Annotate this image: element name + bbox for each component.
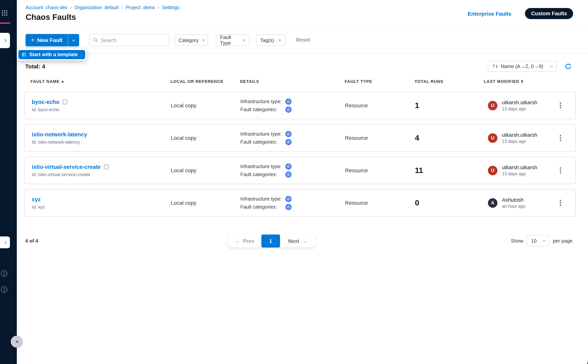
chevron-right-icon [3, 39, 7, 42]
pagination: ← Prev 1 Next → [228, 234, 315, 247]
kubernetes-icon [285, 204, 292, 210]
sort-select[interactable]: ↑↓ Name (A→Z, 0→9) [488, 61, 557, 72]
info-icon[interactable]: i [1, 270, 7, 277]
per-page-select[interactable]: 10 [527, 235, 549, 246]
avatar: U [488, 166, 497, 175]
breadcrumb-separator-icon: › [121, 5, 123, 10]
collapse-arrow-icon: ◄ [15, 340, 18, 343]
filter-tags-label: Tag(s) [260, 37, 274, 43]
sidebar-expand-bottom-button[interactable] [0, 236, 10, 248]
column-label: LAST MODIFIED [484, 79, 519, 84]
local-or-reference-cell: Local copy [171, 189, 196, 216]
fault-name-link[interactable]: byoc-echo [32, 99, 59, 105]
table-row: istio-network-latency Id: istio-network-… [25, 124, 576, 152]
breadcrumb-organization-link[interactable]: Organization: default [74, 5, 119, 10]
enterprise-faults-link[interactable]: Enterprise Faults [468, 11, 511, 17]
sort-arrows-icon: ↑↓ [492, 64, 498, 69]
refresh-icon [565, 63, 572, 70]
breadcrumb-separator-icon: › [158, 5, 159, 10]
infrastructure-type-label: Infrastructure type: [240, 196, 285, 202]
per-page-value: 10 [531, 238, 537, 243]
row-menu-button[interactable] [558, 189, 563, 216]
column-label: LOCAL OR REFERENCE [170, 79, 223, 84]
sidebar: i i [0, 0, 17, 364]
column-label: FAULT TYPE [345, 79, 372, 84]
table-row: xyz Id: xyz Local copy Infrastructure ty… [25, 189, 576, 217]
modified-time: 13 days ago [502, 139, 537, 144]
template-icon [22, 52, 26, 57]
column-header-fault-type: FAULT TYPE [345, 79, 372, 84]
fault-type-cell: Resource [345, 92, 368, 119]
fault-name-link[interactable]: xyz [32, 196, 41, 202]
chevron-down-icon [542, 239, 545, 242]
reset-filters-button[interactable]: Reset [296, 37, 310, 43]
prev-arrow-icon: ← [235, 238, 240, 244]
filter-category-chip[interactable]: Category × [174, 34, 208, 46]
column-label: FAULT NAME [31, 79, 60, 84]
row-menu-button[interactable] [558, 92, 563, 119]
sidebar-expand-top-button[interactable] [0, 33, 10, 48]
header-divider [17, 27, 588, 27]
breadcrumb-project-link[interactable]: Project: demo [126, 5, 155, 10]
local-or-reference-cell: Local copy [171, 124, 196, 151]
filter-fault-type-label: Fault Type [220, 34, 239, 46]
close-icon[interactable]: × [242, 37, 245, 43]
new-fault-button[interactable]: + New Fault [26, 34, 79, 46]
new-fault-main[interactable]: + New Fault [26, 34, 68, 46]
column-header-last-modified[interactable]: LAST MODIFIED ▲▼ [484, 79, 523, 84]
refresh-button[interactable] [565, 63, 572, 70]
modified-by-user: utkarsh.utkarsh [502, 165, 537, 170]
row-menu-button[interactable] [558, 124, 563, 151]
column-header-local-or-reference: LOCAL OR REFERENCE [170, 79, 223, 84]
modified-by-user: utkarsh.utkarsh [502, 100, 537, 105]
help-icon[interactable]: i [1, 286, 7, 292]
total-runs-cell: 4 [415, 124, 419, 151]
new-fault-dropdown-toggle[interactable] [68, 34, 79, 46]
close-icon[interactable]: × [278, 37, 281, 43]
sidebar-accent-bar [0, 23, 10, 24]
table-row: byoc-echo Id: byoc-echo Local copy Infra… [25, 92, 576, 119]
fault-name-link[interactable]: istio-network-latency [32, 131, 87, 137]
fault-id: Id: istio-virtual-service-create [32, 172, 90, 177]
breadcrumb-settings-link[interactable]: Settings [162, 5, 179, 10]
apps-grid-icon[interactable] [1, 10, 8, 16]
sort-both-icon: ▲▼ [521, 79, 523, 83]
search-box [89, 34, 169, 46]
fault-badge-icon [104, 164, 108, 169]
kubernetes-icon [285, 139, 292, 145]
custom-faults-button[interactable]: Custom Faults [525, 8, 573, 19]
filter-fault-type-chip[interactable]: Fault Type × [216, 34, 249, 46]
support-headset-icon[interactable] [586, 359, 588, 364]
column-label: TOTAL RUNS [415, 79, 443, 84]
prev-page-button[interactable]: ← Prev [228, 234, 261, 247]
toolbar-divider [17, 53, 588, 53]
pagination-range-label: 4 of 4 [25, 238, 38, 244]
fault-name-cell: xyz Id: xyz [32, 189, 45, 216]
infrastructure-type-label: Infrastructure type: [240, 98, 285, 104]
total-runs-cell: 11 [415, 157, 423, 184]
breadcrumb-separator-icon: › [70, 5, 72, 10]
sidebar-collapse-handle[interactable]: ◄ [11, 336, 23, 348]
chevron-down-icon [550, 64, 553, 67]
fault-name-cell: istio-virtual-service-create Id: istio-v… [32, 157, 108, 184]
total-count-label: Total: 4 [25, 63, 45, 70]
details-cell: Infrastructure type: Fault categories: [240, 124, 292, 151]
total-runs-cell: 1 [415, 92, 419, 119]
column-header-fault-name[interactable]: FAULT NAME ▲ [31, 79, 64, 84]
start-with-template-menu-item[interactable]: Start with a template [18, 50, 85, 59]
breadcrumb-account-link[interactable]: Account: chaos-dev [26, 5, 68, 10]
fault-type-cell: Resource [345, 189, 368, 216]
per-page-label: per page [553, 238, 573, 244]
search-input[interactable] [101, 37, 165, 43]
close-icon[interactable]: × [202, 37, 205, 43]
next-page-button[interactable]: Next → [280, 234, 315, 247]
page-1-button[interactable]: 1 [261, 234, 280, 247]
row-menu-button[interactable] [558, 157, 563, 184]
app-window: i i ◄ Account: chaos-dev › Organization:… [0, 0, 588, 364]
infrastructure-type-label: Infrastructure type: [240, 163, 285, 169]
fault-name-cell: istio-network-latency Id: istio-network-… [32, 124, 87, 151]
next-arrow-icon: → [302, 238, 307, 244]
fault-name-link[interactable]: istio-virtual-service-create [32, 164, 101, 170]
filter-tags-chip[interactable]: Tag(s) × [256, 34, 285, 46]
search-icon [93, 37, 98, 43]
